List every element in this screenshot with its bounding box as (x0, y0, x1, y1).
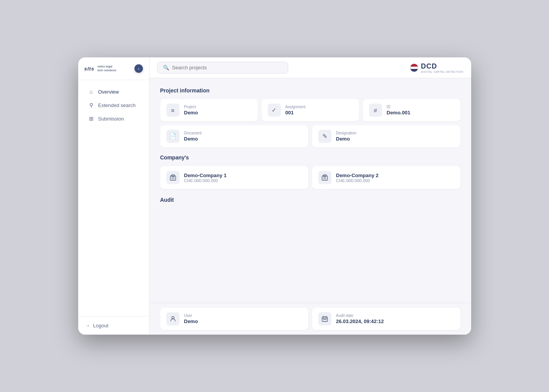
audit-date-footer-card: Audit date 26.03.2024, 09:42:12 (312, 308, 460, 330)
document-label: Document (184, 131, 202, 135)
designation-icon: ✎ (318, 130, 331, 143)
project-card: ≡ Project Demo (160, 99, 258, 121)
document-icon: 📄 (166, 130, 180, 143)
flag-icon (410, 64, 418, 72)
sidebar-item-label: Submission (98, 116, 124, 122)
main-content: Project information ≡ Project Demo ✓ Ass… (149, 78, 471, 303)
dcd-subtitle: DIGITAL CARTEL DETECTION (421, 70, 463, 73)
company-id-2: CHE-000.000.000 (336, 178, 379, 183)
company-card-2: Demo-Company 2 CHE-000.000.000 (312, 166, 460, 189)
logout-button[interactable]: → Logout (85, 323, 142, 328)
designation-card: ✎ Designation Demo (312, 125, 460, 147)
dcd-logo: DCD DIGITAL CARTEL DETECTION (410, 62, 463, 73)
footer-bar: User Demo Audit d (149, 303, 471, 335)
user-icon (166, 312, 180, 325)
sidebar-logo: slts swiss legal tech solutions ‹ (78, 57, 149, 80)
companies-grid: Demo-Company 1 CHE-000.000.000 (160, 166, 460, 189)
sidebar-nav: ⌂ Overview ⚲ Extended search ⊞ Submissio… (78, 80, 149, 316)
designation-label: Designation (336, 131, 356, 135)
project-value: Demo (184, 110, 198, 116)
company-icon-2 (318, 171, 331, 184)
search-bar-icon: 🔍 (163, 65, 169, 70)
assignment-label: Assignment (285, 105, 306, 109)
assignment-card: ✓ Assignment 001 (262, 99, 359, 121)
svg-point-8 (172, 317, 174, 319)
logout-icon: → (85, 323, 90, 328)
assignment-value: 001 (285, 110, 306, 116)
grid-icon: ⊞ (88, 116, 94, 122)
id-card: # ID Demo.001 (363, 99, 460, 121)
company-name-2: Demo-Company 2 (336, 173, 379, 178)
designation-value: Demo (336, 136, 356, 142)
company-name-1: Demo-Company 1 (184, 173, 227, 178)
company-id-1: CHE-000.000.000 (184, 178, 227, 183)
sidebar-footer: → Logout (78, 316, 149, 335)
id-label: ID (387, 105, 410, 109)
project-info-title: Project information (160, 87, 460, 94)
sidebar-item-label: Extended search (98, 102, 136, 108)
assignment-icon: ✓ (268, 104, 281, 117)
svg-rect-1 (171, 175, 175, 176)
info-cards-row1: ≡ Project Demo ✓ Assignment 001 # (160, 99, 460, 121)
dcd-label: DCD (421, 62, 463, 70)
company-card-1: Demo-Company 1 CHE-000.000.000 (160, 166, 309, 189)
companies-title: Company's (160, 154, 460, 161)
sidebar: slts swiss legal tech solutions ‹ ⌂ Over… (78, 57, 149, 335)
project-label: Project (184, 105, 198, 109)
audit-date-label: Audit date (336, 313, 384, 318)
document-value: Demo (184, 136, 202, 142)
header: 🔍 DCD DIGITAL CARTEL DETECTION (149, 57, 471, 78)
audit-section: Audit (160, 197, 460, 203)
svg-rect-5 (323, 175, 326, 176)
logo-slts: slts (84, 66, 94, 72)
sidebar-item-extended-search[interactable]: ⚲ Extended search (81, 99, 146, 112)
overview-icon: ⌂ (88, 89, 94, 95)
calendar-icon (318, 312, 331, 325)
document-card: 📄 Document Demo (160, 125, 309, 147)
user-footer-card: User Demo (160, 308, 309, 330)
search-input[interactable] (172, 65, 282, 70)
svg-rect-14 (324, 319, 325, 320)
sidebar-item-overview[interactable]: ⌂ Overview (81, 85, 146, 98)
logo-text-block: swiss legal tech solutions (97, 65, 116, 73)
user-label: User (184, 313, 198, 318)
id-value: Demo.001 (387, 110, 410, 116)
search-icon: ⚲ (88, 102, 94, 108)
logout-label: Logout (93, 323, 109, 328)
audit-date-value: 26.03.2024, 09:42:12 (336, 318, 384, 324)
user-value: Demo (184, 318, 198, 324)
main-area: 🔍 DCD DIGITAL CARTEL DETECTION Project i… (149, 57, 471, 335)
project-icon: ≡ (166, 104, 180, 117)
info-cards-row2: 📄 Document Demo ✎ Designation Demo (160, 125, 460, 147)
company-icon-1 (166, 171, 180, 184)
search-bar[interactable]: 🔍 (157, 62, 288, 74)
svg-rect-13 (323, 319, 324, 320)
audit-title: Audit (160, 197, 460, 203)
sidebar-item-label: Overview (98, 89, 119, 95)
id-icon: # (369, 104, 382, 117)
svg-rect-15 (326, 319, 326, 320)
sidebar-item-submission[interactable]: ⊞ Submission (81, 112, 146, 125)
sidebar-toggle-button[interactable]: ‹ (134, 64, 143, 73)
